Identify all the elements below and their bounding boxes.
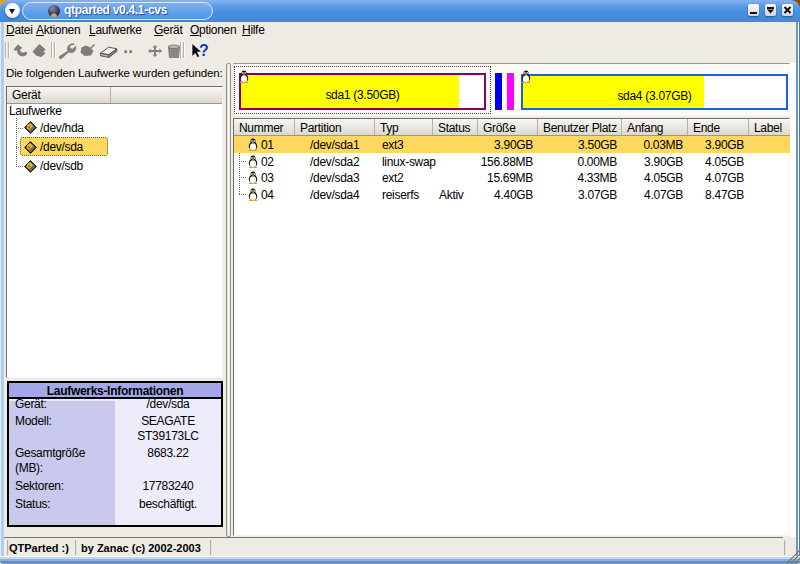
svg-text:?: ?	[199, 42, 208, 59]
